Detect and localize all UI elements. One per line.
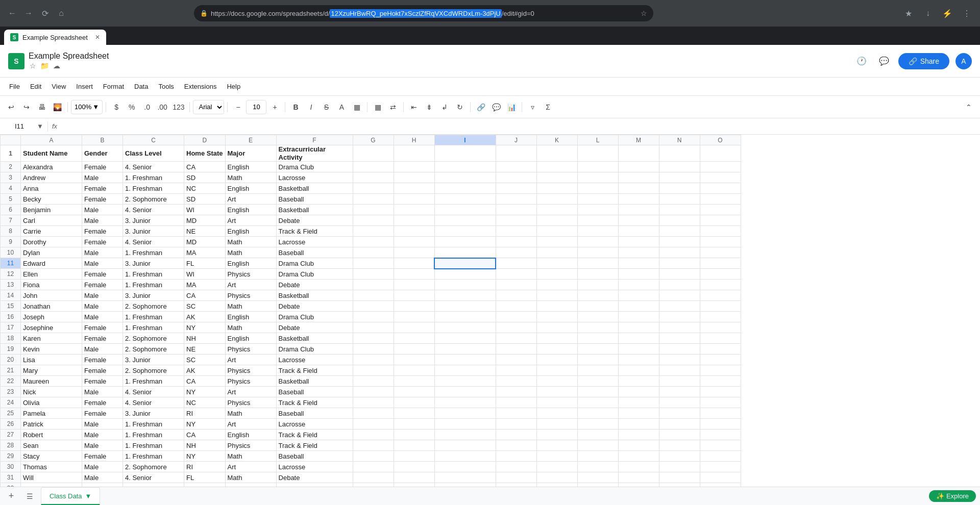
cell-m7[interactable] (618, 215, 659, 226)
cell-n9[interactable] (659, 237, 700, 247)
header-cell-b[interactable]: Gender (82, 145, 123, 162)
cell-j29[interactable] (496, 451, 536, 462)
cell-j20[interactable] (496, 355, 536, 365)
cell-g30[interactable] (353, 462, 394, 472)
cell-e18[interactable]: English (225, 333, 276, 344)
header-cell-a[interactable]: Student Name (21, 145, 82, 162)
cell-a9[interactable]: Dorothy (21, 237, 82, 247)
cell-m26[interactable] (618, 419, 659, 430)
cell-l13[interactable] (577, 280, 618, 290)
cell-g8[interactable] (353, 226, 394, 237)
cell-c21[interactable]: 2. Sophomore (123, 365, 184, 376)
cell-c8[interactable]: 3. Junior (123, 226, 184, 237)
cell-o3[interactable] (700, 172, 741, 183)
cell-b9[interactable]: Female (82, 237, 123, 247)
header-cell-d[interactable]: Home State (184, 145, 226, 162)
cell-e25[interactable]: Math (225, 408, 276, 419)
cell-a10[interactable]: Dylan (21, 247, 82, 258)
cell-o14[interactable] (700, 290, 741, 301)
cell-a5[interactable]: Becky (21, 194, 82, 205)
cell-l7[interactable] (577, 215, 618, 226)
comment-button[interactable]: 💬 (489, 100, 503, 114)
cell-k8[interactable] (536, 226, 577, 237)
cell-l18[interactable] (577, 333, 618, 344)
cell-g20[interactable] (353, 355, 394, 365)
cell-o22[interactable] (700, 376, 741, 387)
print-button[interactable]: 🖶 (35, 100, 49, 114)
cell-a7[interactable]: Carl (21, 215, 82, 226)
cell-k11[interactable] (536, 258, 577, 269)
cell-a26[interactable]: Patrick (21, 419, 82, 430)
cell-f29[interactable]: Baseball (276, 451, 353, 462)
cell-n13[interactable] (659, 280, 700, 290)
sheet-list-button[interactable]: ☰ (22, 489, 37, 503)
cell-j23[interactable] (496, 387, 536, 397)
cell-o25[interactable] (700, 408, 741, 419)
cell-j31[interactable] (496, 472, 536, 483)
cell-b31[interactable]: Male (82, 472, 123, 483)
cell-l20[interactable] (577, 355, 618, 365)
cell-k17[interactable] (536, 322, 577, 333)
cell-j21[interactable] (496, 365, 536, 376)
cell-d23[interactable]: NY (184, 387, 226, 397)
cell-i15[interactable] (434, 301, 496, 312)
cell-a11[interactable]: Edward (21, 258, 82, 269)
cell-j22[interactable] (496, 376, 536, 387)
cell-h18[interactable] (394, 333, 434, 344)
cell-b17[interactable]: Female (82, 322, 123, 333)
cell-m14[interactable] (618, 290, 659, 301)
cell-h22[interactable] (394, 376, 434, 387)
cell-g2[interactable] (353, 162, 394, 172)
cell-e7[interactable]: Art (225, 215, 276, 226)
cell-j2[interactable] (496, 162, 536, 172)
cell-k6[interactable] (536, 205, 577, 215)
cell-b15[interactable]: Male (82, 301, 123, 312)
cell-k15[interactable] (536, 301, 577, 312)
cell-h10[interactable] (394, 247, 434, 258)
cell-e16[interactable]: English (225, 312, 276, 322)
address-bar[interactable]: 🔒 https://docs.google.com/spreadsheets/d… (194, 5, 653, 21)
cell-b26[interactable]: Male (82, 419, 123, 430)
cell-h7[interactable] (394, 215, 434, 226)
cell-b4[interactable]: Female (82, 183, 123, 194)
cell-f18[interactable]: Basketball (276, 333, 353, 344)
cell-h12[interactable] (394, 269, 434, 280)
cell-l14[interactable] (577, 290, 618, 301)
col-header-c[interactable]: C (123, 135, 184, 145)
cell-e5[interactable]: Art (225, 194, 276, 205)
cell-j5[interactable] (496, 194, 536, 205)
cell-h5[interactable] (394, 194, 434, 205)
cell-a21[interactable]: Mary (21, 365, 82, 376)
cell-d18[interactable]: NH (184, 333, 226, 344)
cell-o31[interactable] (700, 472, 741, 483)
menu-extensions[interactable]: Extensions (179, 81, 222, 92)
cell-i9[interactable] (434, 237, 496, 247)
row-header-24[interactable]: 24 (1, 397, 21, 408)
row-header-9[interactable]: 9 (1, 237, 21, 247)
cell-o11[interactable] (700, 258, 741, 269)
cell-j3[interactable] (496, 172, 536, 183)
cell-n22[interactable] (659, 376, 700, 387)
row-header-5[interactable]: 5 (1, 194, 21, 205)
cell-b7[interactable]: Male (82, 215, 123, 226)
cell-g4[interactable] (353, 183, 394, 194)
cell-f31[interactable]: Debate (276, 472, 353, 483)
paint-format-button[interactable]: 🌄 (50, 100, 64, 114)
cell-k26[interactable] (536, 419, 577, 430)
cell-i20[interactable] (434, 355, 496, 365)
cell-e3[interactable]: Math (225, 172, 276, 183)
cell-e30[interactable]: Art (225, 462, 276, 472)
row-header-11[interactable]: 11 (1, 258, 21, 269)
cell-n3[interactable] (659, 172, 700, 183)
cell-h15[interactable] (394, 301, 434, 312)
cell-f13[interactable]: Debate (276, 280, 353, 290)
cell-m19[interactable] (618, 344, 659, 355)
cell-c5[interactable]: 2. Sophomore (123, 194, 184, 205)
cell-i14[interactable] (434, 290, 496, 301)
col-header-h[interactable]: H (394, 135, 434, 145)
cell-g27[interactable] (353, 430, 394, 440)
cell-b19[interactable]: Male (82, 344, 123, 355)
cell-o32[interactable] (700, 483, 741, 487)
cell-n4[interactable] (659, 183, 700, 194)
cell-m8[interactable] (618, 226, 659, 237)
